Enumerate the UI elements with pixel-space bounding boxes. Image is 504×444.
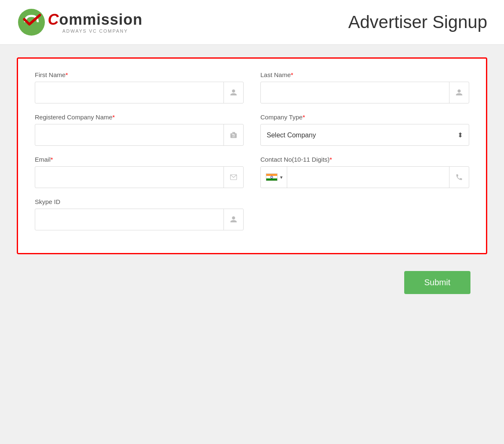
company-type-label: Company Type* bbox=[260, 114, 469, 121]
logo-text: Commission ADWAYS VC COMPANY bbox=[48, 11, 143, 34]
company-name-input-wrapper bbox=[35, 124, 244, 146]
first-name-input[interactable] bbox=[35, 82, 223, 103]
last-name-label: Last Name* bbox=[260, 71, 469, 78]
last-name-input[interactable] bbox=[261, 82, 449, 103]
person-icon-last bbox=[449, 82, 469, 103]
briefcase-icon bbox=[223, 124, 243, 145]
logo-icon bbox=[17, 8, 46, 37]
phone-input-wrapper: ▼ bbox=[260, 166, 469, 188]
name-row: First Name* Last Name* bbox=[35, 71, 469, 103]
header: Commission ADWAYS VC COMPANY Advertiser … bbox=[0, 0, 504, 45]
company-name-label: Registered Company Name* bbox=[35, 114, 244, 121]
company-row: Registered Company Name* Company Type* S… bbox=[35, 114, 469, 146]
email-input[interactable] bbox=[35, 167, 223, 188]
phone-flag-selector[interactable]: ▼ bbox=[261, 167, 287, 188]
logo: Commission ADWAYS VC COMPANY bbox=[17, 8, 143, 37]
contact-row: Email* Contact No(10-11 Digits)* bbox=[35, 156, 469, 188]
skype-input[interactable] bbox=[35, 209, 223, 230]
skype-label: Skype ID bbox=[35, 198, 244, 205]
flag-dropdown-arrow: ▼ bbox=[279, 175, 283, 180]
logo-subtitle: ADWAYS VC COMPANY bbox=[48, 28, 143, 34]
phone-icon bbox=[449, 167, 469, 188]
submit-button[interactable]: Submit bbox=[404, 271, 470, 294]
email-input-wrapper bbox=[35, 166, 244, 188]
logo-name: Commission bbox=[48, 11, 143, 28]
last-name-group: Last Name* bbox=[260, 71, 469, 103]
email-icon bbox=[223, 167, 243, 188]
skype-placeholder-group bbox=[260, 198, 469, 230]
email-group: Email* bbox=[35, 156, 244, 188]
last-name-input-wrapper bbox=[260, 82, 469, 103]
first-name-input-wrapper bbox=[35, 82, 244, 103]
contact-group: Contact No(10-11 Digits)* ▼ bbox=[260, 156, 469, 188]
skype-row: Skype ID bbox=[35, 198, 469, 230]
company-name-group: Registered Company Name* bbox=[35, 114, 244, 146]
email-label: Email* bbox=[35, 156, 244, 163]
contact-label: Contact No(10-11 Digits)* bbox=[260, 156, 469, 163]
company-type-select-wrapper: Select Company Private Limited Public Li… bbox=[260, 124, 469, 146]
phone-input[interactable] bbox=[287, 167, 449, 188]
skype-group: Skype ID bbox=[35, 198, 244, 230]
skype-input-wrapper bbox=[35, 209, 244, 230]
skype-person-icon bbox=[223, 209, 243, 230]
company-type-select[interactable]: Select Company Private Limited Public Li… bbox=[261, 124, 469, 145]
main-content: First Name* Last Name* bbox=[0, 45, 504, 422]
form-footer: Submit bbox=[17, 267, 487, 298]
signup-form: First Name* Last Name* bbox=[17, 57, 487, 254]
company-name-input[interactable] bbox=[35, 124, 223, 145]
first-name-group: First Name* bbox=[35, 71, 244, 103]
india-flag bbox=[266, 173, 278, 181]
person-icon-first bbox=[223, 82, 243, 103]
page-title: Advertiser Signup bbox=[348, 12, 487, 32]
company-type-group: Company Type* Select Company Private Lim… bbox=[260, 114, 469, 146]
first-name-label: First Name* bbox=[35, 71, 244, 78]
